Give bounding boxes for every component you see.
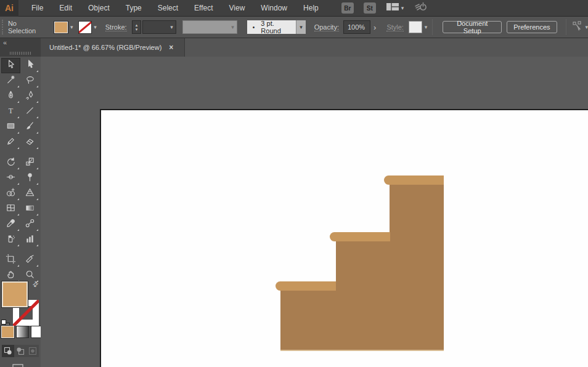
stairs-step-body[interactable]: [280, 290, 444, 350]
select-similar-button[interactable]: ▾: [571, 21, 588, 33]
stairs-baseline[interactable]: [280, 350, 444, 351]
color-button[interactable]: [2, 326, 14, 337]
shape-builder-tool[interactable]: [1, 186, 20, 201]
menu-view[interactable]: View: [221, 0, 253, 16]
blend-tool[interactable]: [20, 217, 39, 232]
bridge-button[interactable]: Br: [341, 2, 354, 14]
brush-definition-chevron[interactable]: ▾: [296, 20, 305, 34]
canvas[interactable]: [41, 57, 588, 367]
collapse-panel-button[interactable]: «: [3, 39, 7, 46]
stock-button[interactable]: St: [364, 2, 376, 14]
stroke-chevron-icon[interactable]: ▾: [94, 24, 97, 30]
divider: [432, 19, 433, 35]
chevron-down-icon: ▾: [401, 5, 404, 11]
menu-effect[interactable]: Effect: [186, 0, 221, 16]
fill-indicator[interactable]: [2, 281, 28, 307]
preferences-button[interactable]: Preferences: [507, 21, 557, 33]
direct-selection-tool[interactable]: [20, 58, 39, 73]
opacity-label[interactable]: Opacity:: [314, 23, 339, 31]
toolbar-grip[interactable]: [10, 52, 31, 55]
artboard-tool-icon: [6, 254, 16, 267]
gradient-button[interactable]: [17, 326, 28, 337]
artboard-tool[interactable]: [1, 252, 20, 268]
pen-tool-icon: [6, 90, 16, 103]
arrange-documents-button[interactable]: ▾: [386, 2, 404, 14]
menu-edit[interactable]: Edit: [51, 0, 80, 16]
lasso-tool[interactable]: [20, 73, 39, 89]
menu-object[interactable]: Object: [80, 0, 118, 16]
document-tab[interactable]: Untitled-1* @ 66.67% (RGB/Preview) ×: [41, 38, 185, 57]
opacity-input[interactable]: 100%: [343, 20, 370, 34]
stairs-step-tread[interactable]: [276, 281, 336, 291]
variable-width-dropdown[interactable]: ▾: [182, 20, 237, 34]
blend-tool-icon: [25, 218, 35, 231]
pencil-tool[interactable]: [1, 135, 20, 150]
paintbrush-tool-icon: [25, 121, 35, 134]
magic-wand-tool-icon: [6, 75, 16, 87]
style-label[interactable]: Style:: [386, 23, 404, 31]
selection-tool[interactable]: [1, 58, 20, 73]
screen-mode-button[interactable]: [10, 363, 31, 367]
stroke-weight-dropdown[interactable]: ▾: [142, 20, 176, 34]
illustrator-window: Ai FileEditObjectTypeSelectEffectViewWin…: [0, 0, 588, 367]
slice-tool[interactable]: [20, 252, 39, 268]
panel-grip[interactable]: [2, 20, 4, 34]
select-similar-icon: [571, 21, 584, 33]
document-tab-title: Untitled-1* @ 66.67% (RGB/Preview): [49, 44, 161, 51]
rotate-tool[interactable]: [1, 155, 20, 171]
perspective-grid-tool-icon: [25, 187, 35, 200]
scale-tool[interactable]: [20, 155, 39, 171]
lasso-tool-icon: [25, 75, 35, 87]
menu-window[interactable]: Window: [253, 0, 295, 16]
document-setup-button[interactable]: Document Setup: [443, 21, 502, 33]
fill-stroke-indicator: ⇄: [1, 280, 39, 318]
menu-help[interactable]: Help: [295, 0, 327, 16]
eyedropper-tool[interactable]: [1, 217, 20, 232]
swap-fill-stroke-icon[interactable]: ⇄: [31, 280, 40, 289]
stairs-step-tread[interactable]: [384, 175, 444, 185]
paintbrush-tool[interactable]: [20, 119, 39, 135]
chevron-down-icon: ▾: [586, 24, 588, 30]
brush-definition-field[interactable]: • 3 pt. Round: [247, 20, 296, 34]
style-chevron-icon[interactable]: ▾: [425, 24, 428, 30]
rectangle-tool[interactable]: [1, 119, 20, 135]
puppet-warp-tool[interactable]: [20, 171, 39, 186]
menu-file[interactable]: File: [23, 0, 51, 16]
draw-behind-mode[interactable]: [14, 345, 27, 357]
stroke-label[interactable]: Stroke:: [105, 23, 127, 31]
stroke-color-swatch[interactable]: [79, 22, 91, 33]
draw-normal-mode[interactable]: [2, 345, 14, 357]
cs-live-icon[interactable]: [414, 1, 427, 15]
pen-tool[interactable]: [1, 89, 20, 104]
perspective-grid-tool[interactable]: [20, 186, 39, 201]
curvature-tool[interactable]: [20, 89, 39, 104]
width-tool[interactable]: [1, 171, 20, 186]
menu-select[interactable]: Select: [150, 0, 186, 16]
stroke-weight-stepper[interactable]: ▴▾: [132, 20, 142, 34]
tab-close-icon[interactable]: ×: [169, 43, 173, 52]
width-tool-icon: [6, 172, 16, 185]
arrange-documents-icon: [386, 2, 399, 14]
brush-definition-value: 3 pt. Round: [261, 20, 296, 34]
scale-tool-icon: [25, 156, 35, 169]
type-tool[interactable]: T: [1, 104, 20, 119]
menu-type[interactable]: Type: [118, 0, 150, 16]
svg-text:T: T: [9, 107, 14, 115]
line-segment-tool[interactable]: [20, 104, 39, 119]
magic-wand-tool[interactable]: [1, 73, 20, 89]
fill-chevron-icon[interactable]: ▾: [70, 24, 73, 30]
none-slash-icon: [79, 22, 91, 33]
symbol-sprayer-tool[interactable]: [1, 232, 20, 248]
main-menu: FileEditObjectTypeSelectEffectViewWindow…: [23, 0, 327, 16]
column-graph-tool[interactable]: [20, 232, 39, 248]
eraser-tool[interactable]: [20, 135, 39, 150]
opacity-panel-arrow[interactable]: ›: [370, 23, 379, 32]
style-swatch[interactable]: [409, 21, 422, 33]
puppet-warp-tool-icon: [25, 172, 35, 185]
stairs-step-tread[interactable]: [330, 232, 390, 241]
mesh-tool[interactable]: [1, 201, 20, 217]
gradient-tool[interactable]: [20, 201, 39, 217]
draw-inside-mode[interactable]: [27, 345, 39, 357]
fill-color-swatch[interactable]: [54, 22, 68, 33]
eyedropper-tool-icon: [6, 218, 16, 231]
